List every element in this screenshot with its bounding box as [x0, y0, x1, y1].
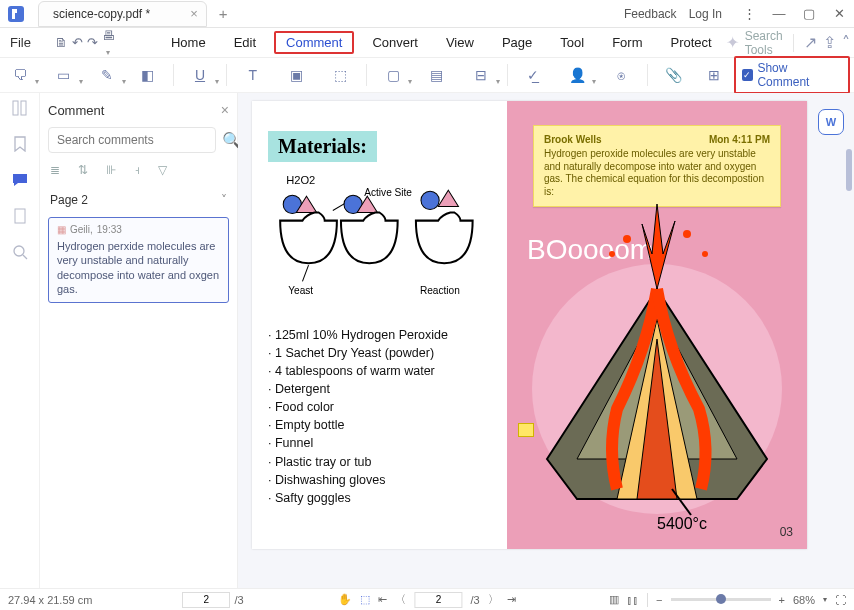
zoom-slider[interactable] — [671, 598, 771, 601]
redo-icon[interactable]: ↷ — [87, 35, 98, 50]
filter2-icon[interactable]: ⫞ — [134, 163, 140, 177]
menu-more-icon[interactable]: ⋮ — [734, 6, 764, 21]
tab-view[interactable]: View — [436, 31, 484, 54]
show-comment-label: Show Comment — [757, 61, 842, 89]
page-canvas: W Materials: H2O2 Active Site — [238, 93, 854, 588]
hand-tool-icon[interactable]: ✋ — [338, 593, 352, 606]
page-note-marker-icon[interactable] — [518, 423, 534, 437]
textbox-tool-icon[interactable]: ▣ — [284, 62, 310, 88]
comment-item[interactable]: ▦ Geili, 19:33 Hydrogen perxide molecule… — [48, 217, 229, 303]
zoom-in-icon[interactable]: + — [779, 594, 785, 606]
close-panel-icon[interactable]: × — [221, 102, 229, 118]
approve-stamp-icon[interactable]: ✓̲ — [521, 62, 547, 88]
list-item: Food color — [268, 398, 501, 416]
toolbox-icon[interactable]: ⊞ — [701, 62, 727, 88]
fit-page-icon[interactable]: ⛶ — [835, 594, 846, 606]
bookmarks-icon[interactable] — [10, 135, 30, 153]
tab-tool[interactable]: Tool — [550, 31, 594, 54]
list-item: 4 tablespoons of warm water — [268, 362, 501, 380]
materials-list: 125ml 10% Hydrogen Peroxide 1 Sachet Dry… — [268, 326, 501, 507]
open-external-icon[interactable]: ↗ — [804, 33, 817, 52]
stamp2-tool-icon[interactable]: ⍟ — [608, 62, 634, 88]
funnel-icon[interactable]: ▽ — [158, 163, 167, 177]
search-tools-input[interactable]: Search Tools — [745, 29, 783, 57]
view-mode-icon[interactable]: ▥ — [609, 593, 619, 606]
svg-text:5400°c: 5400°c — [657, 515, 707, 529]
list-item: Detergent — [268, 380, 501, 398]
list-item: Funnel — [268, 434, 501, 452]
login-link[interactable]: Log In — [689, 7, 722, 21]
svg-rect-0 — [8, 6, 24, 22]
attachment-tool-icon[interactable]: 📎 — [661, 62, 687, 88]
zoom-dropdown-icon[interactable]: ▾ — [823, 595, 827, 604]
eraser-tool-icon[interactable]: ◧ — [134, 62, 160, 88]
expand-icon[interactable]: ≣ — [50, 163, 60, 177]
stamp-tool-icon[interactable]: ▤ — [424, 62, 450, 88]
undo-icon[interactable]: ↶ — [72, 35, 83, 50]
window-close-button[interactable]: ✕ — [824, 6, 854, 21]
search-panel-icon[interactable] — [10, 243, 30, 261]
signature-tool-icon[interactable]: 👤▾ — [564, 62, 590, 88]
sort-icon[interactable]: ⇅ — [78, 163, 88, 177]
pencil-tool-icon[interactable]: ✎▾ — [95, 62, 121, 88]
tab-edit[interactable]: Edit — [224, 31, 266, 54]
page-number-input[interactable] — [414, 592, 462, 608]
tab-convert[interactable]: Convert — [362, 31, 428, 54]
underline-tool-icon[interactable]: U▾ — [187, 62, 213, 88]
document-tab[interactable]: science-copy.pdf * × — [38, 1, 207, 27]
share-icon[interactable]: ⇪ — [823, 33, 836, 52]
last-page-icon[interactable]: ⇥ — [507, 593, 516, 606]
show-comment-toggle[interactable]: ✓ Show Comment — [734, 56, 851, 94]
file-menu[interactable]: File — [0, 35, 41, 50]
print-icon[interactable]: 🖶 ▾ — [102, 28, 115, 58]
svg-point-23 — [702, 251, 708, 257]
svg-rect-2 — [21, 101, 26, 115]
thumbnails-icon[interactable] — [10, 99, 30, 117]
first-page-icon[interactable]: ⇤ — [378, 593, 387, 606]
next-page-icon[interactable]: 〉 — [488, 592, 499, 607]
text-tool-icon[interactable]: T — [240, 62, 266, 88]
tab-page[interactable]: Page — [492, 31, 542, 54]
shape-tool-icon[interactable]: ▢▾ — [380, 62, 406, 88]
zoom-out-icon[interactable]: − — [656, 594, 662, 606]
prev-page-icon[interactable]: 〈 — [395, 592, 406, 607]
ai-icon[interactable]: ✦ — [726, 33, 739, 52]
status-page-info: /3 — [182, 592, 243, 608]
sticky-time: Mon 4:11 PM — [709, 134, 770, 145]
list-item: 125ml 10% Hydrogen Peroxide — [268, 326, 501, 344]
tab-protect[interactable]: Protect — [660, 31, 721, 54]
page-group-header[interactable]: Page 2 ˅ — [40, 187, 237, 213]
sticky-note[interactable]: Brook Wells Mon 4:11 PM Hydrogen peroxid… — [533, 125, 781, 207]
filter1-icon[interactable]: ⊪ — [106, 163, 116, 177]
export-word-icon[interactable]: W — [818, 109, 844, 135]
feedback-link[interactable]: Feedback — [624, 7, 677, 21]
svg-line-15 — [302, 265, 308, 281]
window-minimize-button[interactable]: — — [764, 6, 794, 21]
reading-mode-icon[interactable]: ⫿⫿ — [627, 594, 639, 606]
list-item: Plastic tray or tub — [268, 453, 501, 471]
save-icon[interactable]: 🗎 — [55, 35, 68, 50]
tab-comment[interactable]: Comment — [274, 31, 354, 54]
window-maximize-button[interactable]: ▢ — [794, 6, 824, 21]
collapse-ribbon-icon[interactable]: ˄ — [842, 33, 850, 52]
select-tool-icon[interactable]: ⬚ — [360, 593, 370, 606]
menu-row: File 🗎 ↶ ↷ 🖶 ▾ Home Edit Comment Convert… — [0, 28, 854, 58]
status-page-input[interactable] — [182, 592, 230, 608]
attachments-icon[interactable] — [10, 207, 30, 225]
sticky-author: Brook Wells — [544, 134, 602, 145]
vertical-scrollbar[interactable] — [844, 93, 852, 588]
volcano-illustration: BOoooom! 5400°c — [507, 199, 807, 529]
svg-point-20 — [623, 235, 631, 243]
close-tab-icon[interactable]: × — [190, 6, 198, 21]
measure-tool-icon[interactable]: ⊟▾ — [468, 62, 494, 88]
note-type-icon: ▦ — [57, 224, 66, 235]
comments-panel-icon[interactable] — [10, 171, 30, 189]
note-tool-icon[interactable]: 🗨▾ — [7, 62, 33, 88]
svg-line-5 — [23, 255, 27, 259]
tab-form[interactable]: Form — [602, 31, 652, 54]
highlight-tool-icon[interactable]: ▭▾ — [51, 62, 77, 88]
search-comments-input[interactable] — [48, 127, 216, 153]
callout-tool-icon[interactable]: ⬚ — [327, 62, 353, 88]
tab-home[interactable]: Home — [161, 31, 216, 54]
new-tab-button[interactable]: + — [219, 5, 228, 22]
